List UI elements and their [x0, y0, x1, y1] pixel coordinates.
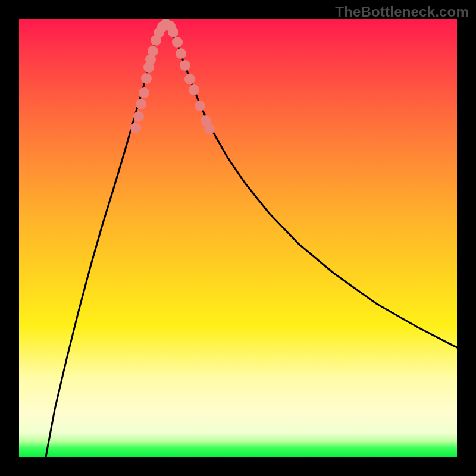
watermark-text: TheBottleneck.com — [335, 4, 469, 20]
curve-right-branch — [166, 21, 457, 347]
data-dots — [130, 19, 215, 134]
data-dot — [141, 73, 152, 84]
data-dot — [195, 101, 205, 111]
data-dot — [148, 46, 158, 57]
data-dot — [180, 60, 190, 71]
curve-left-branch — [46, 21, 166, 457]
data-dot — [204, 124, 215, 134]
data-dot — [176, 48, 186, 59]
data-dot — [139, 87, 149, 98]
bottleneck-curve — [46, 21, 457, 457]
data-dot — [168, 27, 178, 37]
data-dot — [172, 37, 183, 48]
data-dot — [130, 123, 141, 133]
plot-area — [19, 19, 457, 457]
chart-frame: TheBottleneck.com — [0, 0, 476, 476]
data-dot — [133, 111, 144, 122]
data-dot — [184, 74, 195, 84]
curve-layer — [19, 19, 457, 457]
data-dot — [189, 84, 199, 95]
data-dot — [136, 99, 146, 109]
